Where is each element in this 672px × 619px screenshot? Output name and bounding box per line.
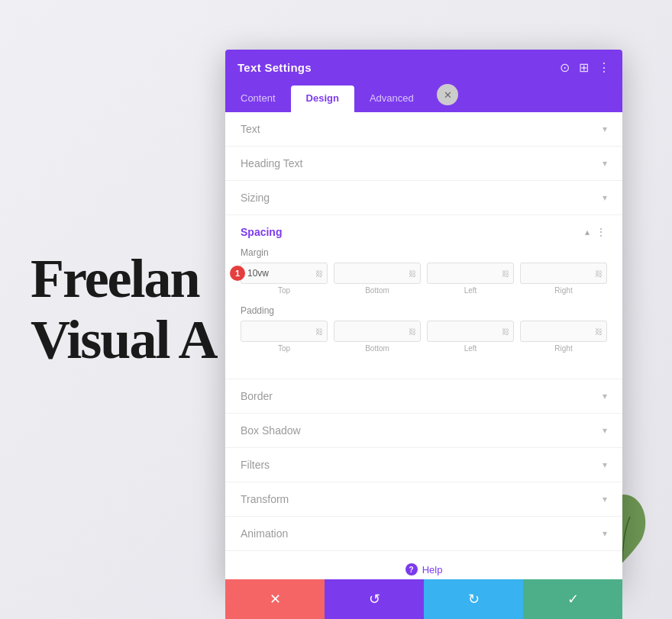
margin-label: Margin: [241, 247, 607, 258]
header-icons: ⊙ ⊞ ⋮: [560, 60, 610, 75]
section-box-shadow[interactable]: Box Shadow ▾: [225, 414, 622, 448]
padding-right-sublabel: Right: [520, 344, 607, 353]
save-button[interactable]: ✓: [523, 579, 622, 619]
padding-right-field: ⛓ Right: [520, 321, 607, 353]
spacing-header-icons: ▴ ⋮: [585, 226, 607, 238]
padding-left-wrapper: ⛓: [427, 321, 514, 342]
chevron-down-icon: ▾: [603, 391, 607, 401]
section-transform-label: Transform: [241, 493, 289, 505]
spacing-section: Spacing ▴ ⋮ Margin 1 ⛓: [225, 215, 622, 379]
collapse-icon[interactable]: ▴: [585, 227, 590, 237]
reset-button[interactable]: ↺: [325, 579, 424, 619]
margin-top-bottom: 1 ⛓ Top ⛓ Bottom: [241, 263, 421, 295]
padding-group: Padding ⛓ Top: [241, 305, 607, 353]
section-filters-label: Filters: [241, 459, 270, 471]
section-sizing[interactable]: Sizing ▾: [225, 181, 622, 215]
section-filters[interactable]: Filters ▾: [225, 448, 622, 482]
padding-left-input[interactable]: [427, 321, 514, 342]
spacing-header: Spacing ▴ ⋮: [241, 226, 607, 238]
margin-top-sublabel: Top: [241, 286, 328, 295]
padding-right-wrapper: ⛓: [520, 321, 607, 342]
panel-close-button[interactable]: ✕: [437, 84, 458, 105]
badge-number: 1: [230, 266, 245, 281]
section-box-shadow-label: Box Shadow: [241, 424, 301, 437]
tab-content[interactable]: Content: [225, 85, 291, 112]
link-icon: ⛓: [502, 269, 509, 278]
padding-top-wrapper: ⛓: [241, 321, 328, 342]
margin-top-input[interactable]: [241, 263, 328, 284]
margin-left-right: ⛓ Left ⛓ Right: [427, 263, 607, 295]
padding-bottom-sublabel: Bottom: [334, 344, 421, 353]
panel-title: Text Settings: [237, 61, 312, 74]
chevron-down-icon: ▾: [603, 158, 607, 169]
section-border[interactable]: Border ▾: [225, 379, 622, 414]
margin-left-field: ⛓ Left: [427, 263, 514, 295]
background-text: Freelan Visual A: [31, 249, 216, 369]
padding-left-field: ⛓ Left: [427, 321, 514, 353]
section-heading-text[interactable]: Heading Text ▾: [225, 147, 622, 181]
focus-icon[interactable]: ⊙: [560, 60, 570, 75]
cancel-button[interactable]: ✕: [225, 579, 325, 619]
padding-bottom-wrapper: ⛓: [334, 321, 421, 342]
margin-bottom-field: ⛓ Bottom: [334, 263, 421, 295]
section-heading-label: Heading Text: [241, 157, 302, 169]
panel-body: Text ▾ Heading Text ▾ Sizing ▾ Spacing ▴…: [225, 112, 622, 585]
link-icon: ⛓: [595, 269, 603, 278]
link-icon: ⛓: [502, 327, 509, 336]
margin-bottom-wrapper: ⛓: [334, 263, 421, 284]
margin-right-wrapper: ⛓: [520, 263, 607, 284]
spacing-title: Spacing: [241, 226, 282, 238]
padding-bottom-input[interactable]: [334, 321, 421, 342]
chevron-down-icon: ▾: [603, 192, 607, 203]
help-label: Help: [422, 564, 443, 575]
margin-bottom-sublabel: Bottom: [334, 286, 421, 295]
margin-bottom-input[interactable]: [334, 263, 421, 284]
margin-group: Margin 1 ⛓ Top: [241, 247, 607, 295]
bg-line1: Freelan: [31, 249, 216, 309]
section-text[interactable]: Text ▾: [225, 112, 622, 147]
padding-label: Padding: [241, 305, 607, 316]
padding-right-input[interactable]: [520, 321, 607, 342]
padding-top-input[interactable]: [241, 321, 328, 342]
spacing-more-icon[interactable]: ⋮: [596, 226, 607, 238]
chevron-down-icon: ▾: [603, 494, 607, 505]
padding-top-bottom: ⛓ Top ⛓ Bottom: [241, 321, 421, 353]
margin-right-input[interactable]: [520, 263, 607, 284]
action-bar: ✕ ↺ ↻ ✓: [225, 579, 622, 619]
padding-left-sublabel: Left: [427, 344, 514, 353]
link-icon: ⛓: [409, 269, 416, 278]
section-sizing-label: Sizing: [241, 192, 270, 204]
padding-top-sublabel: Top: [241, 344, 328, 353]
redo-button[interactable]: ↻: [424, 579, 523, 619]
link-icon: ⛓: [315, 327, 323, 336]
chevron-down-icon: ▾: [603, 459, 607, 470]
chevron-down-icon: ▾: [603, 124, 607, 134]
padding-left-right: ⛓ Left ⛓ Right: [427, 321, 607, 353]
columns-icon[interactable]: ⊞: [579, 60, 589, 75]
link-icon: ⛓: [595, 327, 603, 336]
chevron-down-icon: ▾: [603, 528, 607, 539]
margin-left-sublabel: Left: [427, 286, 514, 295]
tabs-bar: Content Design Advanced: [225, 85, 622, 112]
margin-left-input[interactable]: [427, 263, 514, 284]
tab-design[interactable]: Design: [291, 85, 354, 112]
panel-header: Text Settings ⊙ ⊞ ⋮: [225, 50, 622, 85]
link-icon: ⛓: [409, 327, 416, 336]
help-circle-icon: ?: [405, 563, 418, 575]
bg-line2: Visual A: [31, 310, 216, 370]
margin-top-wrapper: 1 ⛓: [241, 263, 328, 284]
tab-advanced[interactable]: Advanced: [354, 85, 429, 112]
section-transform[interactable]: Transform ▾: [225, 482, 622, 517]
margin-right-sublabel: Right: [520, 286, 607, 295]
section-border-label: Border: [241, 390, 273, 402]
padding-top-field: ⛓ Top: [241, 321, 328, 353]
section-animation[interactable]: Animation ▾: [225, 517, 622, 551]
padding-fields-row: ⛓ Top ⛓ Bottom: [241, 321, 607, 353]
margin-right-field: ⛓ Right: [520, 263, 607, 295]
padding-bottom-field: ⛓ Bottom: [334, 321, 421, 353]
chevron-down-icon: ▾: [603, 425, 607, 436]
more-icon[interactable]: ⋮: [598, 60, 610, 75]
section-animation-label: Animation: [241, 527, 288, 540]
margin-fields-row: 1 ⛓ Top ⛓ Bottom: [241, 263, 607, 295]
settings-panel: Text Settings ⊙ ⊞ ⋮ Content Design Advan…: [225, 50, 622, 585]
